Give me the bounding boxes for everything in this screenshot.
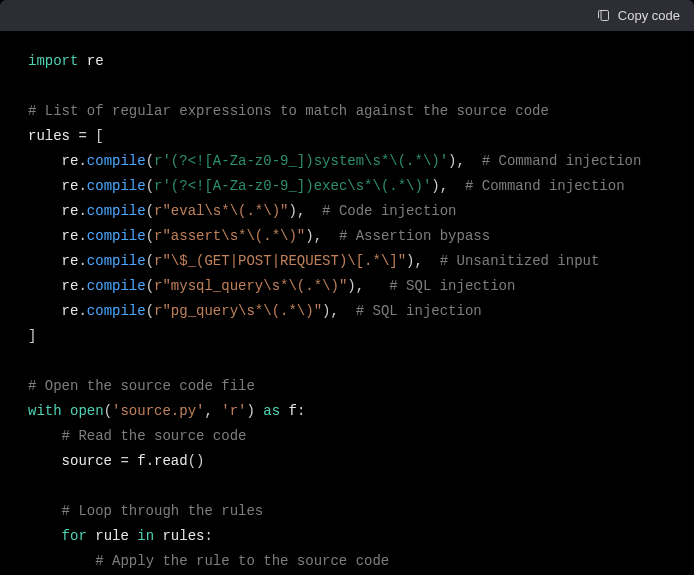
re-prefix: re [62, 278, 79, 294]
string: 'r' [221, 403, 246, 419]
rparen: ) [305, 228, 313, 244]
space [305, 203, 322, 219]
rparen: ) [347, 278, 355, 294]
indent [28, 203, 62, 219]
fn-open: open [70, 403, 104, 419]
lparen: ( [146, 253, 154, 269]
var-rule: rule [95, 528, 129, 544]
copy-code-label: Copy code [618, 8, 680, 23]
code-line: import re [0, 49, 694, 74]
fn-compile: compile [87, 153, 146, 169]
re-prefix: re [62, 303, 79, 319]
code-line [0, 474, 694, 499]
space [280, 403, 288, 419]
fn-read: read [154, 453, 188, 469]
code-block: Copy code import re # List of regular ex… [0, 0, 694, 575]
code-line [0, 349, 694, 374]
equals: = [70, 128, 95, 144]
space [448, 178, 465, 194]
indent [28, 178, 62, 194]
var-source: source [62, 453, 112, 469]
rparen: ) [288, 203, 296, 219]
dot: . [78, 303, 86, 319]
comma: , [314, 228, 322, 244]
dot: . [78, 228, 86, 244]
kw-for: for [62, 528, 87, 544]
code-line: # Open the source code file [0, 374, 694, 399]
kw-import: import [28, 53, 78, 69]
rparen: ) [448, 153, 456, 169]
rbracket: ] [28, 328, 36, 344]
lbracket: [ [95, 128, 103, 144]
code-line: # Apply the rule to the source code [0, 549, 694, 574]
svg-rect-0 [601, 11, 609, 21]
comma: , [457, 153, 465, 169]
code-line: re.compile(r'(?<![A-Za-z0-9_])exec\s*\(.… [0, 174, 694, 199]
fn-compile: compile [87, 278, 146, 294]
re-prefix: re [62, 178, 79, 194]
string: 'source.py' [112, 403, 204, 419]
code-line: for rule in rules: [0, 524, 694, 549]
space [62, 403, 70, 419]
comment: # Code injection [322, 203, 456, 219]
var-f: f [289, 403, 297, 419]
pattern: r"mysql_query\s*\(.*\)" [154, 278, 347, 294]
comma: , [204, 403, 212, 419]
comma: , [330, 303, 338, 319]
code-line: re.compile(r"assert\s*\(.*\)"), # Assert… [0, 224, 694, 249]
code-line: re.compile(r"eval\s*\(.*\)"), # Code inj… [0, 199, 694, 224]
copy-code-button[interactable]: Copy code [596, 8, 680, 23]
code-line: # Read the source code [0, 424, 694, 449]
pattern: r'(?<![A-Za-z0-9_])system\s*\(.*\)' [154, 153, 448, 169]
var-f: f [137, 453, 145, 469]
comment: # Loop through the rules [62, 503, 264, 519]
fn-compile: compile [87, 253, 146, 269]
space [129, 528, 137, 544]
indent [28, 453, 62, 469]
comma: , [356, 278, 364, 294]
indent [28, 303, 62, 319]
code-line: re.compile(r'(?<![A-Za-z0-9_])system\s*\… [0, 149, 694, 174]
colon: : [204, 528, 212, 544]
kw-in: in [137, 528, 154, 544]
dot: . [78, 203, 86, 219]
code-line: re.compile(r"mysql_query\s*\(.*\)"), # S… [0, 274, 694, 299]
parens: () [188, 453, 205, 469]
pattern: r"assert\s*\(.*\)" [154, 228, 305, 244]
lparen: ( [146, 278, 154, 294]
var-rules: rules [162, 528, 204, 544]
dot: . [78, 278, 86, 294]
space [423, 253, 440, 269]
kw-as: as [263, 403, 280, 419]
space [78, 53, 86, 69]
code-body[interactable]: import re # List of regular expressions … [0, 31, 694, 575]
equals: = [112, 453, 137, 469]
kw-with: with [28, 403, 62, 419]
space [322, 228, 339, 244]
module-re: re [87, 53, 104, 69]
lparen: ( [146, 153, 154, 169]
dot: . [78, 253, 86, 269]
comment: # SQL injection [356, 303, 482, 319]
indent [28, 503, 62, 519]
indent [28, 528, 62, 544]
dot: . [78, 178, 86, 194]
comma: , [415, 253, 423, 269]
re-prefix: re [62, 228, 79, 244]
comment: # SQL injection [389, 278, 515, 294]
var-rules: rules [28, 128, 70, 144]
code-line: # List of regular expressions to match a… [0, 99, 694, 124]
fn-compile: compile [87, 178, 146, 194]
indent [28, 153, 62, 169]
pattern: r"\$_(GET|POST|REQUEST)\[.*\]" [154, 253, 406, 269]
code-line: ] [0, 324, 694, 349]
code-line: re.compile(r"\$_(GET|POST|REQUEST)\[.*\]… [0, 249, 694, 274]
space [213, 403, 221, 419]
comment: # Read the source code [62, 428, 247, 444]
dot: . [78, 153, 86, 169]
comment: # Unsanitized input [440, 253, 600, 269]
lparen: ( [146, 303, 154, 319]
code-line: source = f.read() [0, 449, 694, 474]
re-prefix: re [62, 203, 79, 219]
indent [28, 428, 62, 444]
